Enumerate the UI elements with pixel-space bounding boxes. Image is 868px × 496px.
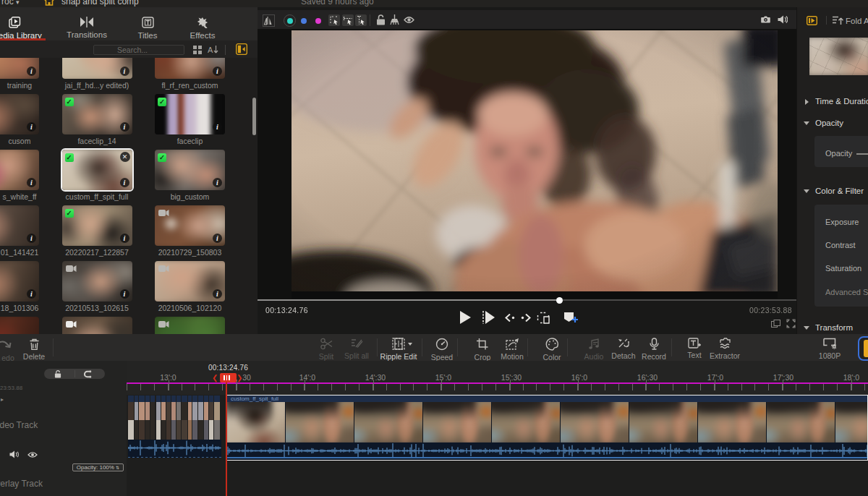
svg-text:A: A: [208, 46, 213, 54]
